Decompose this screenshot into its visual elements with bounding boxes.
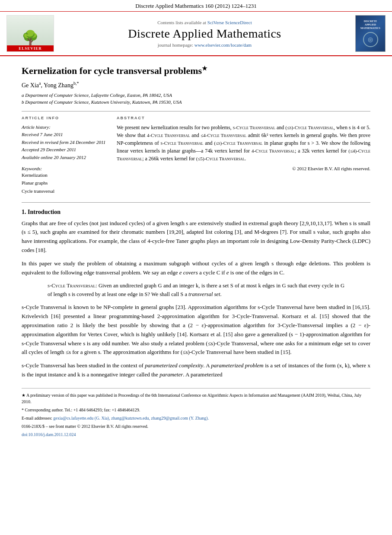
affiliation-b: b Department of Computer Science, Kutzto… bbox=[22, 99, 370, 106]
footnote-corresponding: * Corresponding author. Tel.: +1 484 646… bbox=[22, 407, 370, 413]
abstract-text: We present new kernelization results for… bbox=[117, 124, 370, 162]
elsevier-brand: ELSEVIER bbox=[7, 45, 54, 51]
abstract-label: Abstract bbox=[117, 116, 370, 120]
affiliations: a Department of Computer Science, Lafaye… bbox=[22, 92, 370, 106]
intro-para4: s-Cycle Transversal has been studied in … bbox=[22, 361, 370, 379]
paper-title: Kernelization for cycle transversal prob… bbox=[22, 65, 370, 77]
keyword-1: Kernelization bbox=[22, 171, 108, 179]
email2-link[interactable]: zhang@kutztown.edu, bbox=[111, 416, 150, 420]
article-info-col: Article Info Article history: Received 7… bbox=[22, 116, 108, 195]
main-content: Kernelization for cycle transversal prob… bbox=[0, 56, 392, 446]
email-label: E-mail addresses: bbox=[22, 416, 52, 420]
term-sct3: s-Cycle Transversal bbox=[22, 340, 66, 347]
sciverse-link[interactable]: SciVerse ScienceDirect bbox=[207, 20, 252, 25]
term-vc: Vertex Cover bbox=[88, 331, 118, 338]
keyword-3: Cycle transversal bbox=[22, 187, 108, 195]
following-text: following bbox=[350, 140, 370, 146]
cover-graphic: ◎ bbox=[363, 32, 378, 47]
intro-para2: In this paper we study the problem of ob… bbox=[22, 259, 370, 277]
intro-para3: s-Cycle Transversal is known to be NP-co… bbox=[22, 303, 370, 357]
paper-title-text: Kernelization for cycle transversal prob… bbox=[22, 65, 202, 76]
journal-homepage: journal homepage: www.elsevier.com/locat… bbox=[158, 42, 252, 48]
revised-date: Received in revised form 24 December 201… bbox=[22, 139, 108, 146]
section-divider bbox=[22, 202, 370, 203]
issn-text: 0166-218X/$ – see front matter © 2012 El… bbox=[22, 424, 148, 429]
email3-link[interactable]: zhang29@gmail.com (Y. Zhang). bbox=[151, 416, 209, 420]
abstract-term9: (≤5)-Cycle Transversal bbox=[196, 156, 245, 161]
intro-heading: 1. Introduction bbox=[22, 209, 370, 216]
authors-line: Ge Xiaa, Yong Zhangb,* bbox=[22, 81, 370, 89]
term-3ct2: 3-Cycle-Transversal bbox=[277, 322, 323, 328]
journal-header: 🌳 ELSEVIER Contents lists available at S… bbox=[0, 12, 392, 56]
keywords-label: Keywords: bbox=[22, 166, 108, 171]
history-label: Article history: bbox=[22, 124, 108, 131]
available-date: Available online 20 January 2012 bbox=[22, 154, 108, 162]
elsevier-logo: 🌳 ELSEVIER bbox=[6, 15, 54, 52]
term-sct2: s-Cycle Transversal bbox=[258, 304, 303, 310]
footnote-star-text: ★ A preliminary version of this paper wa… bbox=[22, 393, 361, 404]
copyright-text: © 2012 Elsevier B.V. All rights reserved… bbox=[117, 166, 370, 171]
abstract-term6: (≤s)-Cycle Transversal bbox=[214, 140, 262, 146]
sciverse-text: Contents lists available at bbox=[157, 20, 207, 25]
footnote-star: ★ A preliminary version of this paper wa… bbox=[22, 392, 370, 405]
author2-name: , Yong Zhang bbox=[41, 82, 73, 89]
affiliation-a: a Department of Computer Science, Lafaye… bbox=[22, 92, 370, 99]
intro-para1: Graphs that are free of cycles (not just… bbox=[22, 219, 370, 255]
sciverse-line: Contents lists available at SciVerse Sci… bbox=[157, 20, 252, 25]
elsevier-logo-container: 🌳 ELSEVIER bbox=[4, 15, 56, 52]
accepted-date: Accepted 29 December 2011 bbox=[22, 146, 108, 154]
abstract-term1: s-Cycle Transversal bbox=[233, 125, 275, 130]
article-meta-section: Article Info Article history: Received 7… bbox=[22, 116, 370, 195]
author2-sup: b,* bbox=[73, 81, 79, 86]
abstract-term2: (≤s)-Cycle Transversal bbox=[285, 125, 334, 130]
journal-center-info: Contents lists available at SciVerse Sci… bbox=[61, 15, 349, 52]
header-divider bbox=[22, 111, 370, 111]
term-sct: s-Cycle Transversal bbox=[22, 304, 67, 310]
journal-title: Discrete Applied Mathematics bbox=[128, 27, 281, 41]
journal-citation: Discrete Applied Mathematics 160 (2012) … bbox=[135, 3, 257, 9]
journal-cover: DISCRETEAPPLIEDMATHEMATICS ◎ bbox=[353, 15, 388, 52]
homepage-link[interactable]: www.elsevier.com/locate/dam bbox=[194, 42, 252, 48]
top-bar: Discrete Applied Mathematics 160 (2012) … bbox=[0, 0, 392, 12]
definition-block-1: s-Cycle Transversal: Given an undirected… bbox=[48, 281, 344, 299]
author1-name: Ge Xia bbox=[22, 82, 39, 89]
doi-line: doi:10.1016/j.dam.2011.12.024 bbox=[22, 431, 370, 438]
term-3ct: 3-Cycle-Transversal bbox=[232, 313, 278, 319]
footnote-issn: 0166-218X/$ – see front matter © 2012 El… bbox=[22, 423, 370, 430]
term-lesct: (≤s)-Cycle Transversal bbox=[206, 340, 257, 347]
cover-title-text: DISCRETEAPPLIEDMATHEMATICS bbox=[360, 20, 380, 30]
article-info-label: Article Info bbox=[22, 116, 108, 120]
doi-link[interactable]: doi:10.1016/j.dam.2011.12.024 bbox=[22, 432, 76, 437]
def-term: s-Cycle Transversal: bbox=[48, 283, 97, 289]
abstract-term3: 4-Cycle Transversal bbox=[147, 133, 190, 138]
received-date: Received 7 June 2011 bbox=[22, 131, 108, 139]
abstract-term7: 4-Cycle Transversal bbox=[252, 148, 295, 153]
tree-icon: 🌳 bbox=[22, 31, 39, 45]
cover-image: DISCRETEAPPLIEDMATHEMATICS ◎ bbox=[355, 15, 386, 52]
keyword-2: Planar graphs bbox=[22, 179, 108, 187]
abstract-col: Abstract We present new kernelization re… bbox=[117, 116, 370, 195]
footnote-corresponding-text: * Corresponding author. Tel.: +1 484 646… bbox=[22, 408, 140, 412]
term-sct4: s-Cycle Transversal bbox=[22, 362, 66, 369]
abstract-term5: s-Cycle Transversal bbox=[161, 140, 204, 146]
article-history: Article history: Received 7 June 2011 Re… bbox=[22, 124, 108, 162]
title-footnote-marker: ★ bbox=[202, 65, 207, 72]
homepage-text: journal homepage: bbox=[158, 42, 194, 48]
email1-link[interactable]: gexia@cs.lafayette.edu (G. Xia), bbox=[53, 416, 110, 420]
abstract-term4: ≤4-Cycle Transversal bbox=[201, 133, 246, 138]
keywords-list: Kernelization Planar graphs Cycle transv… bbox=[22, 171, 108, 195]
footnote-email: E-mail addresses: gexia@cs.lafayette.edu… bbox=[22, 415, 370, 421]
footnotes-section: ★ A preliminary version of this paper wa… bbox=[22, 388, 370, 438]
term-lesct2: (≤s)-Cycle Transversal bbox=[181, 349, 232, 355]
